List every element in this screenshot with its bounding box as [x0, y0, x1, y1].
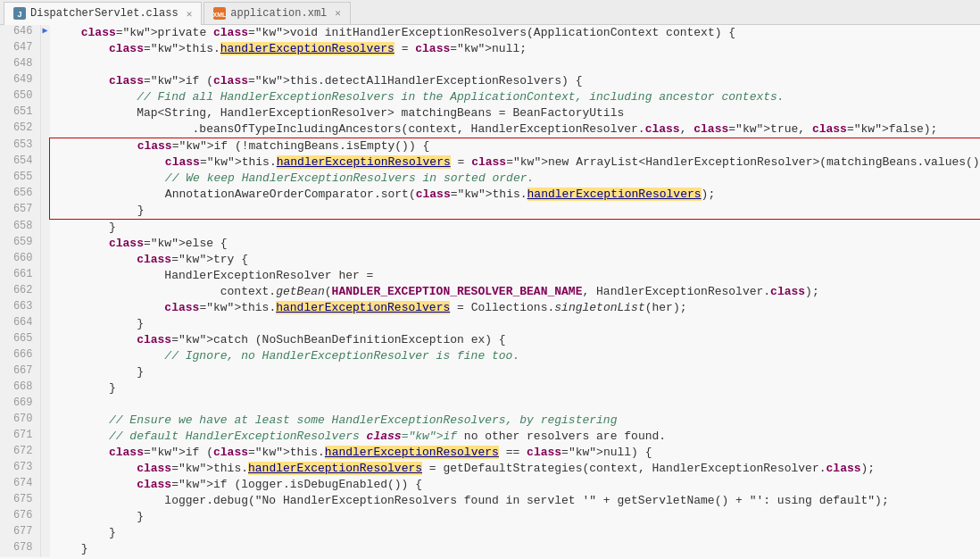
line-content: AnnotationAwareOrderComparator.sort(clas…	[50, 187, 980, 203]
line-content: }	[50, 541, 980, 557]
line-content: // Ignore, no HandlerExceptionResolver i…	[50, 348, 980, 364]
line-arrow	[40, 525, 50, 541]
line-content: // default HandlerExceptionResolvers cla…	[50, 429, 980, 445]
line-arrow	[40, 364, 50, 380]
line-content: logger.debug("No HandlerExceptionResolve…	[50, 493, 980, 509]
table-row: 651 Map<String, HandlerExceptionResolver…	[0, 105, 980, 121]
line-number: 650	[0, 89, 40, 105]
line-content: }	[50, 509, 980, 525]
table-row: 668 }	[0, 380, 980, 396]
svg-text:J: J	[17, 10, 21, 19]
line-number: 654	[0, 154, 40, 171]
line-arrow	[40, 396, 50, 413]
line-arrow	[40, 203, 50, 220]
line-number: 671	[0, 429, 40, 445]
table-row: 676 }	[0, 509, 980, 525]
table-row: 650 // Find all HandlerExceptionResolver…	[0, 89, 980, 105]
line-content: class="kw">this.handlerExceptionResolver…	[50, 300, 980, 316]
line-number: 661	[0, 268, 40, 284]
line-number: 660	[0, 252, 40, 268]
line-content	[50, 57, 980, 73]
line-number: 675	[0, 493, 40, 509]
line-number: 677	[0, 525, 40, 541]
tab-dispatcher-servlet[interactable]: J DispatcherServlet.class ✕	[4, 2, 202, 25]
line-content: HandlerExceptionResolver her =	[50, 268, 980, 284]
table-row: 669	[0, 396, 980, 413]
code-table: 646▶ class="kw">private class="kw">void …	[0, 25, 980, 557]
line-number: 665	[0, 332, 40, 348]
line-content: context.getBean(HANDLER_EXCEPTION_RESOLV…	[50, 284, 980, 300]
java-icon: J	[13, 7, 26, 20]
line-number: 647	[0, 41, 40, 57]
line-number: 648	[0, 57, 40, 73]
tab-label: DispatcherServlet.class	[30, 7, 179, 20]
line-content: class="kw">this.handlerExceptionResolver…	[50, 154, 980, 171]
line-content: // Ensure we have at least some HandlerE…	[50, 413, 980, 429]
line-arrow	[40, 348, 50, 364]
line-number: 676	[0, 509, 40, 525]
line-content	[50, 396, 980, 413]
line-content: }	[50, 220, 980, 237]
table-row: 670 // Ensure we have at least some Hand…	[0, 413, 980, 429]
line-number: 666	[0, 348, 40, 364]
line-content: }	[50, 525, 980, 541]
line-arrow	[40, 252, 50, 268]
close-icon[interactable]: ✕	[187, 8, 193, 20]
tab-label: application.xml	[230, 7, 327, 20]
line-content: class="kw">try {	[50, 252, 980, 268]
line-number: 672	[0, 445, 40, 461]
line-number: 662	[0, 284, 40, 300]
line-content: class="kw">if (logger.isDebugEnabled()) …	[50, 477, 980, 493]
line-content: }	[50, 364, 980, 380]
table-row: 657 }	[0, 203, 980, 220]
line-number: 649	[0, 73, 40, 89]
line-arrow	[40, 41, 50, 57]
table-row: 653 class="kw">if (!matchingBeans.isEmpt…	[0, 138, 980, 155]
line-arrow	[40, 171, 50, 187]
tab-application-xml[interactable]: XML application.xml ✕	[203, 2, 351, 25]
line-arrow	[40, 509, 50, 525]
xml-icon: XML	[213, 7, 226, 20]
table-row: 674 class="kw">if (logger.isDebugEnabled…	[0, 477, 980, 493]
line-number: 674	[0, 477, 40, 493]
line-arrow	[40, 477, 50, 493]
table-row: 660 class="kw">try {	[0, 252, 980, 268]
line-arrow	[40, 461, 50, 477]
line-number: 659	[0, 236, 40, 252]
line-arrow	[40, 413, 50, 429]
tab-bar: J DispatcherServlet.class ✕ XML applicat…	[0, 0, 980, 25]
line-number: 667	[0, 364, 40, 380]
table-row: 665 class="kw">catch (NoSuchBeanDefiniti…	[0, 332, 980, 348]
table-row: 652 .beansOfTypeIncludingAncestors(conte…	[0, 121, 980, 138]
table-row: 649 class="kw">if (class="kw">this.detec…	[0, 73, 980, 89]
table-row: 655 // We keep HandlerExceptionResolvers…	[0, 171, 980, 187]
line-number: 658	[0, 220, 40, 237]
line-content: class="kw">this.handlerExceptionResolver…	[50, 41, 980, 57]
table-row: 663 class="kw">this.handlerExceptionReso…	[0, 300, 980, 316]
line-number: 655	[0, 171, 40, 187]
svg-text:XML: XML	[213, 12, 226, 18]
line-arrow	[40, 121, 50, 138]
line-content: class="kw">if (class="kw">this.detectAll…	[50, 73, 980, 89]
table-row: 677 }	[0, 525, 980, 541]
line-arrow	[40, 493, 50, 509]
table-row: 658 }	[0, 220, 980, 237]
line-number: 646	[0, 25, 40, 41]
line-number: 678	[0, 541, 40, 557]
line-arrow	[40, 380, 50, 396]
code-area[interactable]: 646▶ class="kw">private class="kw">void …	[0, 25, 980, 559]
table-row: 671 // default HandlerExceptionResolvers…	[0, 429, 980, 445]
table-row: 664 }	[0, 316, 980, 332]
line-content: class="kw">catch (NoSuchBeanDefinitionEx…	[50, 332, 980, 348]
line-content: class="kw">private class="kw">void initH…	[50, 25, 980, 41]
line-content: class="kw">if (class="kw">this.handlerEx…	[50, 445, 980, 461]
line-arrow	[40, 236, 50, 252]
table-row: 661 HandlerExceptionResolver her =	[0, 268, 980, 284]
line-content: class="kw">else {	[50, 236, 980, 252]
line-arrow	[40, 73, 50, 89]
close-icon[interactable]: ✕	[335, 7, 341, 19]
line-number: 664	[0, 316, 40, 332]
line-arrow	[40, 284, 50, 300]
table-row: 654 class="kw">this.handlerExceptionReso…	[0, 154, 980, 171]
line-number: 670	[0, 413, 40, 429]
